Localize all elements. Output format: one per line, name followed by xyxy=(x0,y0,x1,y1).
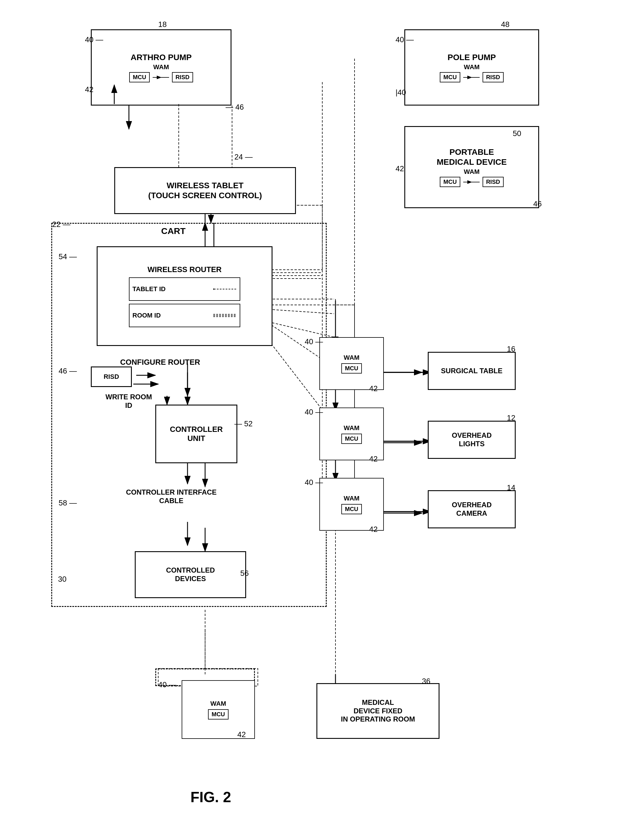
room-id-box: ROOM ID xyxy=(129,304,240,327)
ref-40-camera: 40 — xyxy=(305,478,323,487)
controller-interface-label: CONTROLLER INTERFACECABLE xyxy=(126,488,217,505)
ref-54: 54 — xyxy=(59,252,77,261)
surgical-mcu-box: MCU xyxy=(341,363,362,374)
fig-label: FIG. 2 xyxy=(191,789,231,806)
risd-label: RISD xyxy=(104,373,119,380)
overhead-camera-mcu-box: MCU xyxy=(341,504,362,514)
ref-12: 12 xyxy=(507,413,515,422)
wireless-router-label: WIRELESS ROUTER xyxy=(148,265,222,274)
ref-16: 16 xyxy=(507,344,515,354)
pole-wam-label: WAM xyxy=(464,63,480,71)
portable-risd-box: RISD xyxy=(483,177,504,187)
bottom-mcu-box: MCU xyxy=(208,709,228,720)
surgical-table-box: SURGICAL TABLE xyxy=(428,352,516,390)
ref-52: — 52 xyxy=(234,419,253,428)
ref-36: 36 xyxy=(422,677,430,686)
ref-22: 22 — xyxy=(52,220,70,229)
write-room-id-label: WRITE ROOMID xyxy=(105,393,152,410)
surgical-table-wam-box: WAM MCU xyxy=(319,337,384,390)
ref-42-arthro: 42 xyxy=(85,85,94,94)
overhead-lights-wam-box: WAM MCU xyxy=(319,408,384,460)
ref-40-lights: 40 — xyxy=(305,408,323,417)
portable-mcu-box: MCU xyxy=(440,177,460,187)
surgical-wam-label: WAM xyxy=(344,354,360,362)
wireless-router-box: WIRELESS ROUTER TABLET ID ROOM ID xyxy=(97,246,273,346)
ref-46-portable: 46 xyxy=(533,199,542,208)
room-id-label: ROOM ID xyxy=(132,312,161,319)
portable-wam-label: WAM xyxy=(464,168,480,176)
overhead-lights-wam-label: WAM xyxy=(344,424,360,432)
controller-unit-label: CONTROLLERUNIT xyxy=(170,425,223,443)
ref-42-portable: 42 xyxy=(396,164,404,173)
controller-unit-box: CONTROLLERUNIT xyxy=(155,405,237,463)
portable-medical-box: PORTABLEMEDICAL DEVICE WAM MCU RISD xyxy=(404,126,539,208)
cart-label: CART xyxy=(161,226,186,236)
portable-medical-label: PORTABLEMEDICAL DEVICE xyxy=(437,147,507,167)
ref-40-arthro: 40 — xyxy=(85,35,103,44)
ref-50: 50 xyxy=(513,129,521,138)
overhead-lights-box: OVERHEADLIGHTS xyxy=(428,421,516,459)
ref-40-bottom: 40 — xyxy=(158,680,176,689)
ref-42-bottom: 42 xyxy=(237,730,246,739)
tablet-id-box: TABLET ID xyxy=(129,277,240,301)
configure-router-label: CONFIGURE ROUTER xyxy=(120,358,200,367)
ref-48: 48 xyxy=(501,20,509,29)
controlled-devices-box: CONTROLLEDDEVICES xyxy=(135,551,246,598)
overhead-camera-box: OVERHEADCAMERA xyxy=(428,490,516,528)
ref-14: 14 xyxy=(507,483,515,492)
overhead-camera-wam-label: WAM xyxy=(344,495,360,502)
ref-24: 24 — xyxy=(234,152,253,161)
ref-40-surgical: 40 — xyxy=(305,337,323,346)
ref-30: 30 xyxy=(58,575,67,584)
ref-18: 18 xyxy=(158,20,167,29)
pole-pump-label: POLE PUMP xyxy=(448,53,496,63)
ref-46-arthro: — 46 xyxy=(226,103,244,112)
medical-device-fixed-box: MEDICALDEVICE FIXEDIN OPERATING ROOM xyxy=(316,683,439,739)
bottom-wam-label: WAM xyxy=(210,700,226,707)
overhead-lights-mcu-box: MCU xyxy=(341,434,362,444)
ref-58: 58 — xyxy=(59,498,77,507)
tablet-id-label: TABLET ID xyxy=(132,285,166,293)
ref-42-camera: 42 xyxy=(369,525,378,534)
ref-42-lights: 42 xyxy=(369,455,378,464)
ref-56: 56 xyxy=(240,569,249,578)
pole-pump-box: POLE PUMP WAM MCU RISD xyxy=(404,29,539,105)
surgical-table-label: SURGICAL TABLE xyxy=(441,367,503,375)
arthro-mcu-box: MCU xyxy=(129,72,150,82)
ref-42-surgical: 42 xyxy=(369,384,378,393)
arthro-pump-label: ARTHRO PUMP xyxy=(131,53,192,63)
risd-box: RISD xyxy=(91,366,132,387)
overhead-camera-wam-box: WAM MCU xyxy=(319,478,384,531)
wireless-tablet-box: WIRELESS TABLET(TOUCH SCREEN CONTROL) xyxy=(114,167,296,214)
pole-mcu-box: MCU xyxy=(440,72,460,82)
wireless-tablet-label: WIRELESS TABLET(TOUCH SCREEN CONTROL) xyxy=(148,181,262,200)
ref-46-risd: 46 — xyxy=(59,366,77,376)
overhead-camera-label: OVERHEADCAMERA xyxy=(452,501,492,518)
arthro-pump-box: ARTHRO PUMP WAM MCU RISD xyxy=(91,29,232,105)
arthro-wam-label: WAM xyxy=(153,63,169,71)
overhead-lights-label: OVERHEADLIGHTS xyxy=(452,431,492,448)
medical-device-fixed-label: MEDICALDEVICE FIXEDIN OPERATING ROOM xyxy=(341,698,415,724)
controlled-devices-label: CONTROLLEDDEVICES xyxy=(166,566,215,583)
pole-risd-box: RISD xyxy=(483,72,504,82)
arthro-risd-box: RISD xyxy=(172,72,193,82)
ref-40-pole: 40 — xyxy=(396,35,414,44)
ref-42-pole: |40 xyxy=(396,88,406,97)
